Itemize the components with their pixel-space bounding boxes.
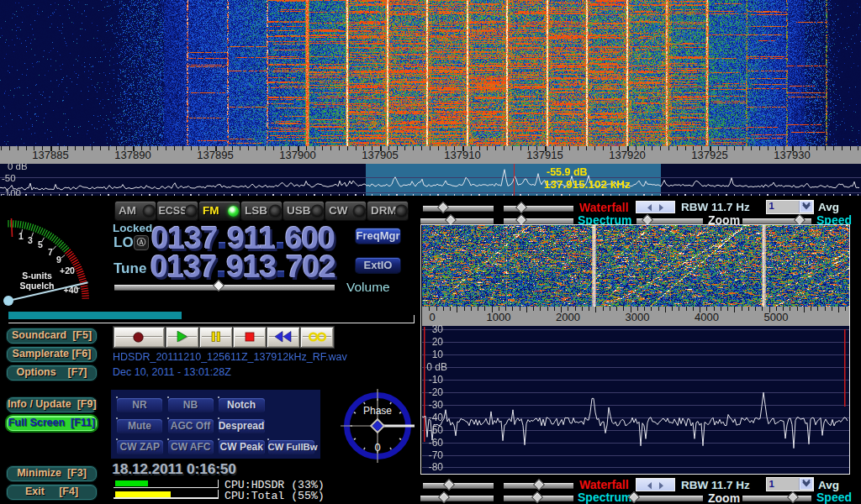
svg-text:0: 0 xyxy=(374,441,380,454)
svg-text:1: 1 xyxy=(18,231,24,241)
svg-text:S-units: S-units xyxy=(22,270,52,281)
svg-text:7: 7 xyxy=(48,247,53,257)
svg-text:9: 9 xyxy=(56,255,61,265)
svg-text:Squelch: Squelch xyxy=(20,281,55,291)
svg-text:Phase: Phase xyxy=(362,405,391,417)
